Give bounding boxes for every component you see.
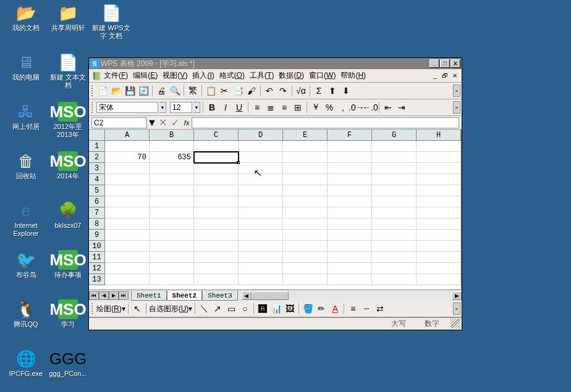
cell-name-box[interactable] bbox=[91, 117, 147, 128]
cell-H3[interactable] bbox=[417, 163, 461, 174]
row-header[interactable]: 9 bbox=[89, 230, 105, 241]
select-all-corner[interactable] bbox=[89, 130, 105, 141]
sheet-tab[interactable]: Sheet1 bbox=[131, 291, 167, 301]
row-header[interactable]: 5 bbox=[89, 185, 105, 196]
maximize-button[interactable]: □ bbox=[440, 59, 450, 68]
column-header[interactable]: F bbox=[328, 130, 372, 141]
cell-G3[interactable] bbox=[372, 163, 417, 174]
cell-A11[interactable] bbox=[105, 252, 150, 263]
cell-B11[interactable] bbox=[150, 252, 194, 263]
desktop-icon[interactable]: MSO待办事项 bbox=[48, 250, 88, 279]
formula-icon[interactable]: √α bbox=[295, 85, 307, 97]
cell-H8[interactable] bbox=[417, 219, 461, 230]
cell-D5[interactable] bbox=[239, 185, 283, 196]
desktop-icon[interactable]: 🐧腾讯QQ bbox=[6, 299, 46, 328]
cell-E5[interactable] bbox=[283, 185, 328, 196]
cell-E4[interactable] bbox=[283, 174, 328, 185]
row-header[interactable]: 7 bbox=[89, 207, 105, 219]
menu-f[interactable]: 文件(F) bbox=[101, 69, 130, 82]
tab-next-icon[interactable]: ▶ bbox=[109, 291, 119, 300]
cell-E12[interactable] bbox=[283, 263, 328, 274]
cell-D9[interactable] bbox=[239, 230, 283, 241]
column-header[interactable]: H bbox=[417, 130, 461, 141]
fill-color-icon[interactable]: 🪣 bbox=[302, 302, 314, 315]
cell-B1[interactable] bbox=[150, 141, 194, 152]
resize-grip[interactable] bbox=[450, 319, 460, 328]
desktop-icon[interactable]: MSO学习 bbox=[48, 299, 88, 328]
cell-E11[interactable] bbox=[283, 252, 328, 263]
cell-F3[interactable] bbox=[328, 163, 372, 174]
cell-H11[interactable] bbox=[417, 252, 461, 263]
desktop-icon[interactable]: eInternet Explorer bbox=[6, 201, 46, 238]
cell-D7[interactable] bbox=[239, 207, 283, 219]
image-icon[interactable]: 🖼 bbox=[284, 302, 296, 315]
cell-E10[interactable] bbox=[283, 241, 328, 252]
cell-G10[interactable] bbox=[372, 241, 417, 252]
cell-F11[interactable] bbox=[328, 252, 372, 263]
cancel-icon[interactable]: ✕ bbox=[157, 117, 169, 128]
desktop-icon[interactable]: 🌐IPCFG.exe bbox=[6, 349, 46, 378]
cell-B7[interactable] bbox=[150, 207, 194, 219]
cell-G11[interactable] bbox=[372, 252, 417, 263]
cell-E6[interactable] bbox=[283, 196, 328, 207]
row-header[interactable]: 1 bbox=[89, 141, 105, 152]
cell-F13[interactable] bbox=[328, 274, 372, 285]
cell-F2[interactable] bbox=[328, 152, 372, 163]
convert-icon[interactable]: 🔄 bbox=[137, 85, 150, 97]
toolbar-handle[interactable] bbox=[91, 85, 94, 96]
cell-C7[interactable] bbox=[194, 207, 239, 219]
cell-B3[interactable] bbox=[150, 163, 194, 174]
cell-G5[interactable] bbox=[372, 185, 417, 196]
arrow-style-icon[interactable]: ⇄ bbox=[374, 302, 386, 315]
tab-last-icon[interactable]: ⏭ bbox=[119, 291, 129, 300]
menu-i[interactable]: 插入(I) bbox=[190, 69, 216, 82]
cell-D3[interactable] bbox=[239, 163, 283, 174]
cell-F9[interactable] bbox=[328, 230, 372, 241]
cell-E8[interactable] bbox=[283, 219, 328, 230]
cell-F4[interactable] bbox=[328, 174, 372, 185]
cell-A8[interactable] bbox=[105, 219, 150, 230]
column-header[interactable]: A bbox=[105, 130, 150, 141]
sort-desc-icon[interactable]: ⬇ bbox=[340, 85, 352, 97]
cell-H10[interactable] bbox=[417, 241, 461, 252]
cell-B4[interactable] bbox=[150, 174, 194, 185]
dash-style-icon[interactable]: ┄ bbox=[360, 302, 373, 315]
toolbar-overflow[interactable]: » bbox=[453, 302, 460, 315]
cell-H12[interactable] bbox=[417, 263, 461, 274]
underline-icon[interactable]: U bbox=[233, 101, 245, 114]
desktop-icon[interactable]: MSO2014年 bbox=[48, 151, 88, 180]
cell-H7[interactable] bbox=[417, 207, 461, 219]
cell-C4[interactable] bbox=[194, 174, 239, 185]
italic-icon[interactable]: I bbox=[219, 101, 232, 114]
align-left-icon[interactable]: ≡ bbox=[251, 101, 263, 114]
desktop-icon[interactable]: 🖥我的电脑 bbox=[6, 52, 46, 81]
cell-F1[interactable] bbox=[328, 141, 372, 152]
cell-H5[interactable] bbox=[417, 185, 461, 196]
cell-H2[interactable] bbox=[417, 152, 461, 163]
sheet-tab[interactable]: Sheet2 bbox=[167, 291, 203, 301]
menu-t[interactable]: 工具(T) bbox=[247, 69, 276, 82]
cell-E7[interactable] bbox=[283, 207, 328, 219]
align-center-icon[interactable]: ≣ bbox=[264, 101, 277, 114]
column-header[interactable]: D bbox=[239, 130, 283, 141]
toolbar-handle[interactable] bbox=[91, 102, 94, 113]
column-header[interactable]: B bbox=[150, 130, 194, 141]
desktop-icon[interactable]: MSO2012年至2013年 bbox=[48, 102, 88, 139]
copy-icon[interactable]: 📑 bbox=[232, 85, 244, 97]
minimize-button[interactable]: _ bbox=[429, 59, 439, 68]
cell-A4[interactable] bbox=[105, 174, 150, 185]
autoshape-menu[interactable]: 自选图形(U)▾ bbox=[149, 304, 193, 314]
formula-input[interactable] bbox=[192, 117, 459, 128]
row-header[interactable]: 4 bbox=[89, 174, 105, 185]
align-right-icon[interactable]: ≡ bbox=[278, 101, 290, 114]
draw-menu[interactable]: 绘图(R)▾ bbox=[96, 304, 125, 314]
column-header[interactable]: C bbox=[194, 130, 239, 141]
cell-C2[interactable] bbox=[194, 152, 239, 163]
cell-F6[interactable] bbox=[328, 196, 372, 207]
cell-B5[interactable] bbox=[150, 185, 194, 196]
cell-D10[interactable] bbox=[239, 241, 283, 252]
cell-H4[interactable] bbox=[417, 174, 461, 185]
cell-C1[interactable] bbox=[194, 141, 239, 152]
inc-decimal-icon[interactable]: .0→ bbox=[350, 101, 363, 114]
desktop-icon[interactable]: 📄新建 WPS文字 文档 bbox=[91, 3, 131, 40]
